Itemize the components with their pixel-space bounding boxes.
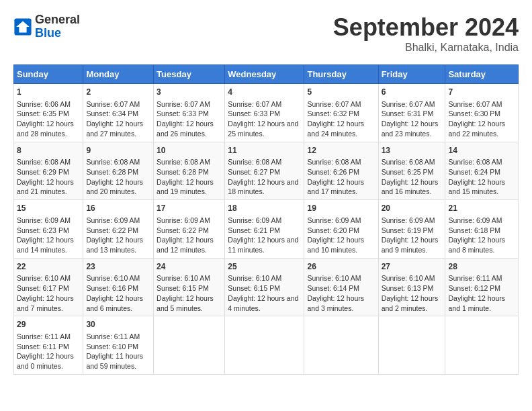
- sunrise-text: Sunrise: 6:10 AM: [228, 273, 301, 283]
- calendar-cell: 3Sunrise: 6:07 AMSunset: 6:33 PMDaylight…: [154, 84, 225, 142]
- subtitle: Bhalki, Karnataka, India: [333, 42, 519, 54]
- day-number: 16: [86, 203, 150, 214]
- sunset-text: Sunset: 6:11 PM: [17, 342, 80, 352]
- sunset-text: Sunset: 6:14 PM: [307, 283, 375, 293]
- sunset-text: Sunset: 6:15 PM: [228, 283, 301, 293]
- calendar-cell: 18Sunrise: 6:09 AMSunset: 6:21 PMDayligh…: [225, 200, 304, 259]
- sunrise-text: Sunrise: 6:08 AM: [228, 157, 301, 167]
- daylight-text: Daylight: 12 hours and 8 minutes.: [448, 235, 515, 255]
- daylight-text: Daylight: 12 hours and 23 minutes.: [382, 119, 443, 138]
- sunset-text: Sunset: 6:31 PM: [382, 109, 443, 119]
- daylight-text: Daylight: 12 hours and 13 minutes.: [86, 235, 150, 255]
- sunset-text: Sunset: 6:15 PM: [157, 283, 222, 293]
- sunset-text: Sunset: 6:29 PM: [17, 167, 80, 177]
- sunrise-text: Sunrise: 6:07 AM: [307, 99, 375, 109]
- sunrise-text: Sunrise: 6:11 AM: [86, 332, 150, 342]
- calendar-table: SundayMondayTuesdayWednesdayThursdayFrid…: [13, 64, 519, 375]
- day-number: 24: [157, 261, 222, 273]
- daylight-text: Daylight: 12 hours and 10 minutes.: [307, 235, 375, 255]
- daylight-text: Daylight: 12 hours and 24 minutes.: [307, 119, 375, 138]
- day-number: 14: [448, 145, 515, 156]
- day-number: 5: [307, 87, 375, 98]
- sunrise-text: Sunrise: 6:11 AM: [17, 332, 80, 342]
- calendar-cell: 8Sunrise: 6:08 AMSunset: 6:29 PMDaylight…: [14, 142, 83, 200]
- day-number: 4: [228, 87, 301, 98]
- week-row-1: 1Sunrise: 6:06 AMSunset: 6:35 PMDaylight…: [14, 84, 519, 142]
- sunset-text: Sunset: 6:20 PM: [307, 226, 375, 236]
- day-number: 28: [448, 261, 515, 273]
- sunrise-text: Sunrise: 6:08 AM: [86, 157, 150, 167]
- day-number: 20: [382, 203, 443, 214]
- calendar-cell: 11Sunrise: 6:08 AMSunset: 6:27 PMDayligh…: [225, 142, 304, 200]
- calendar-cell: 10Sunrise: 6:08 AMSunset: 6:28 PMDayligh…: [154, 142, 225, 200]
- sunrise-text: Sunrise: 6:09 AM: [382, 216, 443, 226]
- calendar-cell: 9Sunrise: 6:08 AMSunset: 6:28 PMDaylight…: [83, 142, 154, 200]
- sunset-text: Sunset: 6:33 PM: [228, 109, 301, 119]
- day-number: 7: [448, 87, 515, 98]
- sunset-text: Sunset: 6:22 PM: [157, 226, 222, 236]
- calendar-cell: 6Sunrise: 6:07 AMSunset: 6:31 PMDaylight…: [378, 84, 445, 142]
- sunset-text: Sunset: 6:22 PM: [86, 226, 150, 236]
- day-number: 22: [17, 261, 80, 273]
- sunrise-text: Sunrise: 6:11 AM: [448, 273, 515, 283]
- sunset-text: Sunset: 6:19 PM: [382, 226, 443, 236]
- sunset-text: Sunset: 6:28 PM: [157, 167, 222, 177]
- sunset-text: Sunset: 6:27 PM: [228, 167, 301, 177]
- sunrise-text: Sunrise: 6:09 AM: [86, 216, 150, 226]
- calendar-cell: [378, 316, 445, 375]
- calendar-cell: [304, 316, 378, 375]
- sunset-text: Sunset: 6:25 PM: [382, 167, 443, 177]
- sunset-text: Sunset: 6:21 PM: [228, 226, 301, 236]
- day-header-thursday: Thursday: [304, 65, 378, 84]
- header-row: SundayMondayTuesdayWednesdayThursdayFrid…: [14, 65, 519, 84]
- logo-text: General Blue: [35, 13, 80, 40]
- daylight-text: Daylight: 12 hours and 3 minutes.: [307, 293, 375, 313]
- sunset-text: Sunset: 6:13 PM: [382, 283, 443, 293]
- sunrise-text: Sunrise: 6:09 AM: [307, 216, 375, 226]
- day-number: 21: [448, 203, 515, 214]
- sunrise-text: Sunrise: 6:07 AM: [448, 99, 515, 109]
- daylight-text: Daylight: 12 hours and 5 minutes.: [157, 293, 222, 313]
- daylight-text: Daylight: 12 hours and 9 minutes.: [382, 235, 443, 255]
- sunset-text: Sunset: 6:34 PM: [86, 109, 150, 119]
- sunset-text: Sunset: 6:24 PM: [448, 167, 515, 177]
- sunrise-text: Sunrise: 6:06 AM: [17, 99, 80, 109]
- sunset-text: Sunset: 6:18 PM: [448, 226, 515, 236]
- week-row-3: 15Sunrise: 6:09 AMSunset: 6:23 PMDayligh…: [14, 200, 519, 259]
- calendar-cell: 29Sunrise: 6:11 AMSunset: 6:11 PMDayligh…: [14, 316, 83, 375]
- sunrise-text: Sunrise: 6:07 AM: [382, 99, 443, 109]
- week-row-5: 29Sunrise: 6:11 AMSunset: 6:11 PMDayligh…: [14, 316, 519, 375]
- day-number: 3: [157, 87, 222, 98]
- day-number: 2: [86, 87, 150, 98]
- logo-icon: [13, 17, 32, 36]
- calendar-cell: 5Sunrise: 6:07 AMSunset: 6:32 PMDaylight…: [304, 84, 378, 142]
- sunrise-text: Sunrise: 6:07 AM: [86, 99, 150, 109]
- day-number: 12: [307, 145, 375, 156]
- calendar-cell: [445, 316, 519, 375]
- day-number: 26: [307, 261, 375, 273]
- main-title: September 2024: [333, 13, 519, 42]
- sunrise-text: Sunrise: 6:09 AM: [157, 216, 222, 226]
- page-container: General Blue September 2024 Bhalki, Karn…: [13, 13, 519, 375]
- sunset-text: Sunset: 6:12 PM: [448, 283, 515, 293]
- calendar-cell: 17Sunrise: 6:09 AMSunset: 6:22 PMDayligh…: [154, 200, 225, 259]
- header: General Blue September 2024 Bhalki, Karn…: [13, 13, 519, 54]
- daylight-text: Daylight: 12 hours and 16 minutes.: [382, 177, 443, 197]
- day-number: 13: [382, 145, 443, 156]
- week-row-2: 8Sunrise: 6:08 AMSunset: 6:29 PMDaylight…: [14, 142, 519, 200]
- day-number: 6: [382, 87, 443, 98]
- day-number: 1: [17, 87, 80, 98]
- day-header-friday: Friday: [378, 65, 445, 84]
- daylight-text: Daylight: 12 hours and 4 minutes.: [228, 293, 301, 313]
- calendar-cell: 20Sunrise: 6:09 AMSunset: 6:19 PMDayligh…: [378, 200, 445, 259]
- sunset-text: Sunset: 6:16 PM: [86, 283, 150, 293]
- daylight-text: Daylight: 12 hours and 18 minutes.: [228, 177, 301, 197]
- sunrise-text: Sunrise: 6:10 AM: [86, 273, 150, 283]
- daylight-text: Daylight: 12 hours and 19 minutes.: [157, 177, 222, 197]
- sunrise-text: Sunrise: 6:08 AM: [157, 157, 222, 167]
- calendar-cell: 27Sunrise: 6:10 AMSunset: 6:13 PMDayligh…: [378, 258, 445, 316]
- calendar-cell: 21Sunrise: 6:09 AMSunset: 6:18 PMDayligh…: [445, 200, 519, 259]
- sunrise-text: Sunrise: 6:10 AM: [307, 273, 375, 283]
- sunset-text: Sunset: 6:26 PM: [307, 167, 375, 177]
- daylight-text: Daylight: 12 hours and 12 minutes.: [157, 235, 222, 255]
